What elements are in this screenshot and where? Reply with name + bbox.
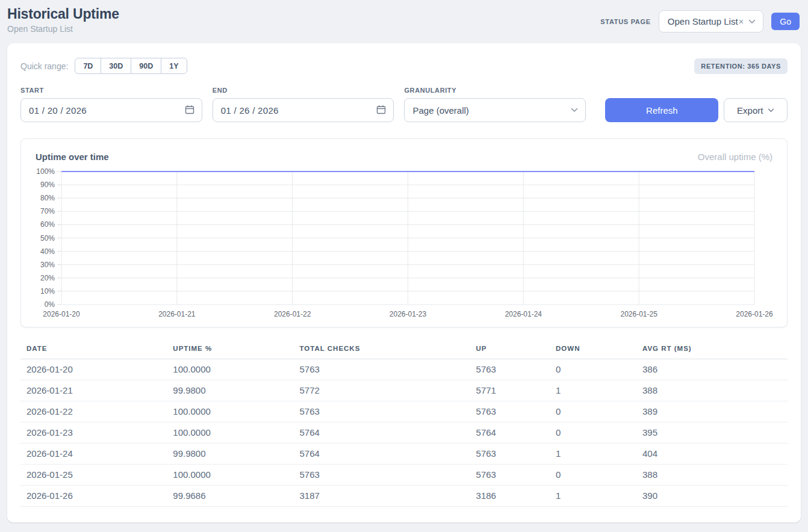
svg-text:2026-01-23: 2026-01-23 [390, 310, 427, 318]
table-cell: 2026-01-20 [20, 359, 167, 380]
quick-range-30d[interactable]: 30D [101, 58, 131, 74]
svg-text:2026-01-20: 2026-01-20 [43, 310, 80, 318]
svg-text:20%: 20% [40, 274, 55, 282]
svg-text:90%: 90% [40, 181, 55, 189]
table-cell: 388 [636, 465, 788, 486]
column-header: DATE [20, 341, 167, 359]
table-cell: 1 [550, 380, 636, 401]
table-row: 2026-01-2499.9800576457631404 [20, 444, 788, 465]
table-cell: 389 [636, 401, 788, 422]
export-button[interactable]: Export [724, 98, 788, 122]
table-cell: 99.9800 [167, 380, 293, 401]
calendar-icon[interactable] [376, 105, 386, 116]
table-cell: 2026-01-21 [20, 380, 167, 401]
status-page-label: STATUS PAGE [600, 18, 650, 25]
table-row: 2026-01-2699.9686318731861390 [20, 486, 788, 507]
table-cell: 2026-01-24 [20, 444, 167, 465]
chart-title: Uptime over time [36, 152, 109, 162]
historical-uptime-page: Historical Uptime Open Startup List STAT… [0, 0, 808, 532]
table-cell: 3186 [470, 486, 550, 507]
status-page-select[interactable]: Open Startup List × [659, 10, 764, 32]
table-cell: 100.0000 [167, 401, 293, 422]
uptime-chart-card: Uptime over time Overall uptime (%) 0%10… [20, 138, 788, 327]
uptime-table: DATEUPTIME %TOTAL CHECKSUPDOWNAVG RT (MS… [20, 341, 788, 507]
table-cell: 5772 [294, 380, 470, 401]
table-row: 2026-01-23100.0000576457640395 [20, 422, 788, 444]
svg-text:80%: 80% [40, 194, 55, 202]
export-button-label: Export [737, 105, 763, 116]
table-row: 2026-01-25100.0000576357630388 [20, 465, 788, 486]
table-cell: 0 [550, 401, 636, 422]
svg-text:30%: 30% [40, 261, 55, 269]
start-date-value: 01 / 20 / 2026 [29, 105, 87, 116]
table-cell: 0 [550, 359, 636, 380]
granularity-select[interactable]: Page (overall) [404, 98, 586, 122]
start-date-input[interactable]: 01 / 20 / 2026 [20, 98, 202, 122]
end-date-value: 01 / 26 / 2026 [221, 105, 279, 116]
calendar-icon[interactable] [185, 105, 194, 116]
table-cell: 5763 [470, 359, 550, 380]
granularity-label: GRANULARITY [404, 87, 586, 94]
go-button[interactable]: Go [771, 13, 800, 30]
table-cell: 390 [636, 486, 788, 507]
table-cell: 5763 [470, 444, 550, 465]
granularity-group: GRANULARITY Page (overall) [404, 87, 586, 122]
page-subtitle: Open Startup List [7, 24, 119, 34]
table-cell: 5771 [470, 380, 550, 401]
svg-text:2026-01-24: 2026-01-24 [505, 310, 542, 318]
table-cell: 2026-01-22 [20, 401, 167, 422]
svg-text:0%: 0% [45, 300, 55, 309]
table-cell: 99.9686 [167, 486, 293, 507]
chevron-down-icon [768, 108, 774, 113]
table-cell: 1 [550, 444, 636, 465]
table-cell: 1 [550, 486, 636, 507]
chart-header: Uptime over time Overall uptime (%) [36, 152, 772, 162]
table-row: 2026-01-20100.0000576357630386 [20, 359, 788, 380]
table-cell: 99.9800 [167, 444, 293, 465]
refresh-button[interactable]: Refresh [605, 98, 718, 122]
end-date-input[interactable]: 01 / 26 / 2026 [213, 98, 394, 122]
svg-text:40%: 40% [40, 247, 55, 256]
table-cell: 5763 [294, 465, 470, 486]
svg-text:70%: 70% [40, 207, 55, 215]
table-cell: 2026-01-23 [20, 422, 167, 444]
table-body: 2026-01-20100.00005763576303862026-01-21… [20, 359, 788, 507]
main-card: Quick range: 7D30D90D1Y RETENTION: 365 D… [7, 43, 801, 522]
table-cell: 5763 [470, 401, 550, 422]
clear-icon[interactable]: × [739, 16, 744, 26]
table-cell: 386 [636, 359, 788, 380]
table-cell: 100.0000 [167, 422, 293, 444]
table-cell: 5763 [294, 359, 470, 380]
svg-text:2026-01-22: 2026-01-22 [274, 310, 311, 318]
table-cell: 0 [550, 465, 636, 486]
title-block: Historical Uptime Open Startup List [7, 6, 119, 34]
svg-text:100%: 100% [36, 168, 55, 176]
chart-legend: Overall uptime (%) [698, 152, 772, 162]
svg-text:10%: 10% [40, 287, 55, 295]
table-header-row: DATEUPTIME %TOTAL CHECKSUPDOWNAVG RT (MS… [20, 341, 788, 359]
svg-text:2026-01-21: 2026-01-21 [158, 310, 196, 318]
uptime-chart: 0%10%20%30%40%50%60%70%80%90%100%2026-01… [36, 168, 774, 320]
end-date-group: END 01 / 26 / 2026 [213, 87, 394, 122]
table-cell: 404 [636, 444, 788, 465]
topbar: Historical Uptime Open Startup List STAT… [0, 0, 808, 34]
quick-range-90d[interactable]: 90D [131, 58, 161, 74]
table-cell: 100.0000 [167, 465, 293, 486]
quick-range-7d[interactable]: 7D [75, 58, 101, 74]
granularity-value: Page (overall) [412, 105, 468, 116]
column-header: AVG RT (MS) [636, 341, 788, 359]
table-cell: 2026-01-25 [20, 465, 167, 486]
quick-range-1y[interactable]: 1Y [161, 58, 187, 74]
start-date-label: START [20, 87, 202, 94]
quick-range-row: Quick range: 7D30D90D1Y RETENTION: 365 D… [20, 58, 788, 74]
table-cell: 0 [550, 422, 636, 444]
svg-text:60%: 60% [40, 220, 55, 229]
table-row: 2026-01-22100.0000576357630389 [20, 401, 788, 422]
status-page-picker: STATUS PAGE Open Startup List × Go [600, 10, 800, 32]
table-cell: 5763 [470, 465, 550, 486]
column-header: TOTAL CHECKS [294, 341, 470, 359]
svg-text:2026-01-25: 2026-01-25 [620, 310, 657, 318]
table-row: 2026-01-2199.9800577257711388 [20, 380, 788, 401]
table-cell: 395 [636, 422, 788, 444]
column-header: DOWN [550, 341, 636, 359]
